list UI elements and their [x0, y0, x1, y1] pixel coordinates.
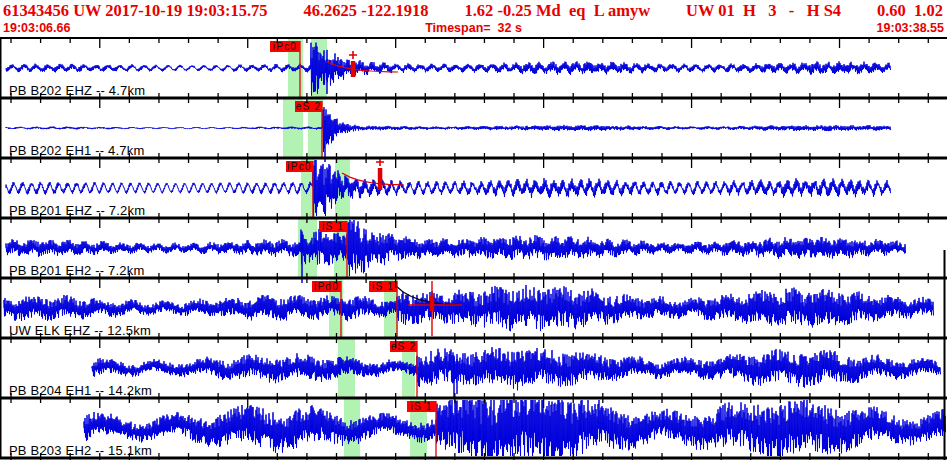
coda-bar-marker[interactable] [351, 61, 356, 77]
window-right-edge [944, 250, 946, 460]
phase-pick-label[interactable]: eS 2 [296, 101, 321, 112]
phase-pick-label[interactable]: iS 1 [410, 401, 432, 412]
phase-pick-label[interactable]: iPc0 [287, 161, 311, 172]
phase-pick-label[interactable]: iS 1 [322, 221, 344, 232]
trace-label: PB B204 EH1 -- 14.2km [9, 383, 152, 398]
seismic-picker-window: 61343456 UW 2017-10-19 19:03:15.75 46.26… [0, 0, 947, 460]
trace-label: PB B202 EH1 -- 4.7km [9, 143, 145, 158]
plot-left-border [0, 38, 2, 458]
waveform-trace[interactable] [84, 400, 946, 456]
waveform-trace[interactable] [92, 347, 941, 390]
coda-bar-marker[interactable] [430, 296, 435, 311]
phase-pick-label[interactable]: iPc0 [273, 41, 297, 52]
trace-label: PB B202 EHZ -- 4.7km [9, 83, 145, 98]
phase-pick-label[interactable]: eS 2 [391, 341, 416, 352]
trace-panels[interactable]: iPc0PB B202 EHZ -- 4.7kmeS 2PB B202 EH1 … [0, 0, 947, 460]
coda-decay-curve [342, 173, 404, 185]
trace-label: PB B203 EH2 -- 15.1km [9, 443, 152, 458]
trace-label: PB B201 EH2 -- 7.2km [9, 263, 145, 278]
coda-bar-marker[interactable] [378, 168, 383, 190]
trace-label: PB B201 EHZ -- 7.2km [9, 203, 145, 218]
phase-pick-label[interactable]: iPd0 [314, 281, 339, 292]
coda-plus-marker[interactable] [349, 51, 357, 59]
phase-pick-label[interactable]: iS 1 [372, 281, 394, 292]
